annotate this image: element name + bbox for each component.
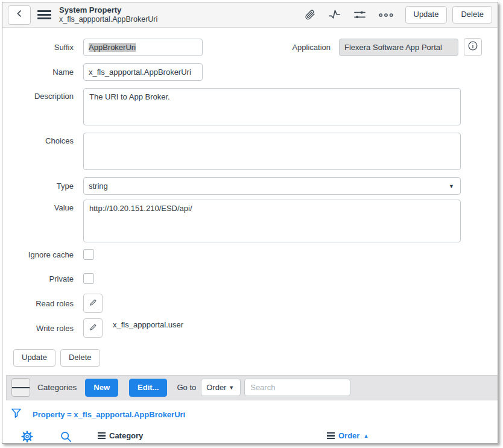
suffix-row: Suffix AppBrokerUri Application Flexera … xyxy=(2,38,498,56)
read-roles-edit-button[interactable] xyxy=(83,294,103,313)
attachment-paperclip-icon[interactable] xyxy=(303,8,316,21)
type-label: Type xyxy=(2,181,74,191)
form-header: System Property x_fls_appportal.AppBroke… xyxy=(2,2,498,28)
record-title: System Property x_fls_appportal.AppBroke… xyxy=(59,5,157,25)
list-search-icon[interactable] xyxy=(60,431,72,443)
application-cluster: Application Flexera Software App Portal xyxy=(292,38,498,56)
chevron-left-icon xyxy=(15,9,24,21)
ignore-cache-checkbox[interactable] xyxy=(83,249,94,260)
footer-delete-button[interactable]: Delete xyxy=(60,349,100,367)
form-footer-buttons: Update Delete xyxy=(2,347,498,367)
back-button[interactable] xyxy=(8,5,31,25)
choices-label: Choices xyxy=(2,133,74,145)
ignore-cache-label: Ignore cache xyxy=(2,250,74,259)
order-column-header[interactable]: Order ▲ xyxy=(327,431,369,440)
header-actions: Update Delete xyxy=(303,6,493,24)
pencil-icon xyxy=(89,323,98,334)
footer-update-button[interactable]: Update xyxy=(13,349,55,367)
category-column-header[interactable]: Category xyxy=(98,431,143,440)
write-roles-value: x_fls_appportal.user xyxy=(113,318,183,329)
name-row: Name x_fls_appportal.AppBrokerUri xyxy=(2,63,498,81)
filter-funnel-icon[interactable] xyxy=(10,407,22,423)
dropdown-caret-icon: ▼ xyxy=(449,183,454,189)
private-row: Private xyxy=(2,273,498,284)
description-textarea[interactable]: The URI to App Broker. xyxy=(83,88,461,125)
categories-related-list: Categories New Edit... Go to Order ▼ Pro… xyxy=(2,375,498,444)
value-textarea[interactable]: http://10.20.151.210/ESD/api/ xyxy=(83,200,461,242)
related-list-title: Categories xyxy=(37,383,77,392)
description-label: Description xyxy=(2,88,74,101)
suffix-input[interactable]: AppBrokerUri xyxy=(83,39,203,56)
activity-stream-icon[interactable] xyxy=(327,8,341,22)
order-column-label: Order xyxy=(338,431,359,440)
list-filter-row: Property = x_fls_appportal.AppBrokerUri xyxy=(2,400,498,426)
private-label: Private xyxy=(2,274,74,283)
read-roles-row: Read roles xyxy=(2,294,498,313)
category-column-label: Category xyxy=(109,431,143,440)
application-field: Flexera Software App Portal xyxy=(339,39,458,56)
goto-selected-value: Order xyxy=(206,383,226,392)
write-roles-edit-button[interactable] xyxy=(83,318,103,338)
suffix-label: Suffix xyxy=(2,43,74,52)
type-select[interactable]: string ▼ xyxy=(83,177,461,195)
selected-text: AppBrokerUri xyxy=(89,43,136,52)
goto-column-select[interactable]: Order ▼ xyxy=(201,379,241,396)
goto-label: Go to xyxy=(177,383,196,392)
value-label: Value xyxy=(2,200,74,212)
page-title: System Property xyxy=(59,5,157,15)
page-subtitle: x_fls_appportal.AppBrokerUri xyxy=(59,15,157,25)
choices-textarea[interactable] xyxy=(83,133,461,170)
related-list-header: Categories New Edit... Go to Order ▼ xyxy=(6,375,498,400)
dropdown-caret-icon: ▼ xyxy=(229,385,234,391)
name-label: Name xyxy=(2,68,74,77)
write-roles-label: Write roles xyxy=(2,318,74,333)
application-info-button[interactable] xyxy=(464,38,482,56)
choices-row: Choices xyxy=(2,133,498,170)
list-search-input[interactable] xyxy=(244,379,350,396)
type-row: Type string ▼ xyxy=(2,177,498,195)
value-row: Value http://10.20.151.210/ESD/api/ xyxy=(2,200,498,242)
column-menu-icon[interactable] xyxy=(327,431,335,440)
name-input[interactable]: x_fls_appportal.AppBrokerUri xyxy=(83,63,203,81)
private-checkbox[interactable] xyxy=(83,273,94,284)
column-menu-icon[interactable] xyxy=(98,431,106,440)
new-button[interactable]: New xyxy=(85,379,118,397)
filter-breadcrumb[interactable]: Property = x_fls_appportal.AppBrokerUri xyxy=(33,410,185,419)
list-menu-icon[interactable] xyxy=(11,378,30,397)
type-selected-value: string xyxy=(89,181,108,191)
header-delete-button[interactable]: Delete xyxy=(452,6,492,24)
application-label: Application xyxy=(292,43,331,52)
more-options-icon[interactable] xyxy=(378,11,394,19)
list-personalize-gear-icon[interactable] xyxy=(21,430,34,443)
write-roles-row: Write roles x_fls_appportal.user xyxy=(2,318,498,338)
ignore-cache-row: Ignore cache xyxy=(2,249,498,260)
sort-ascending-icon: ▲ xyxy=(363,432,369,439)
description-row: Description The URI to App Broker. xyxy=(2,88,498,125)
record-window: System Property x_fls_appportal.AppBroke… xyxy=(2,2,498,444)
pencil-icon xyxy=(89,298,98,309)
info-icon xyxy=(467,40,478,54)
list-column-header-row: Category Order ▲ xyxy=(8,426,498,444)
edit-button[interactable]: Edit... xyxy=(129,379,167,397)
header-update-button[interactable]: Update xyxy=(405,6,448,24)
context-menu-icon[interactable] xyxy=(37,8,51,21)
system-property-form: Suffix AppBrokerUri Application Flexera … xyxy=(2,28,498,367)
personalize-sliders-icon[interactable] xyxy=(353,8,367,22)
read-roles-label: Read roles xyxy=(2,299,74,308)
